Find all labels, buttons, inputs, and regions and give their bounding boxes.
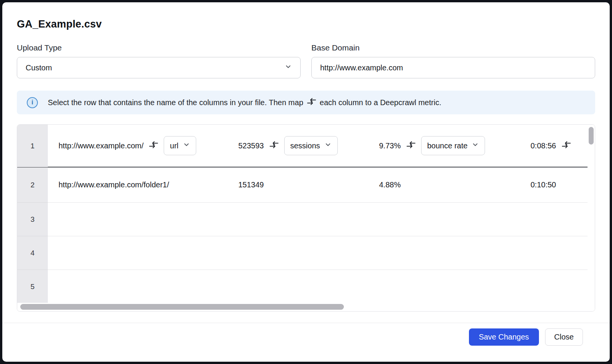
cell-value: 0:08:56	[531, 141, 556, 150]
chevron-down-icon	[183, 141, 190, 150]
cell-value: 0:10:50	[531, 180, 556, 189]
info-icon: i	[27, 97, 38, 108]
table-cell: 9.73% bounce rate	[376, 136, 521, 155]
cell-value: 151349	[238, 180, 264, 189]
info-icon-glyph: i	[31, 99, 33, 106]
modal-body: GA_Example.csv Upload Type Custom Base D…	[2, 2, 610, 323]
table-cell: 151349	[235, 180, 376, 189]
row-number[interactable]: 3	[17, 203, 48, 236]
table-cell: http://www.example.com/folder1/	[48, 180, 235, 189]
horizontal-scrollbar[interactable]	[20, 304, 344, 310]
form-row: Upload Type Custom Base Domain	[17, 43, 595, 78]
table-row[interactable]: 5	[17, 270, 595, 304]
cell-value: 9.73%	[379, 141, 401, 150]
upload-type-select[interactable]: Custom	[17, 57, 301, 78]
upload-type-field: Upload Type Custom	[17, 43, 301, 78]
base-domain-label: Base Domain	[311, 43, 595, 52]
row-number[interactable]: 1	[17, 125, 48, 167]
chevron-down-icon	[472, 141, 479, 150]
map-arrow-icon	[307, 98, 316, 107]
info-banner-text: Select the row that contains the name of…	[48, 98, 441, 107]
metric-dropdown-bounce-rate[interactable]: bounce rate	[421, 136, 485, 155]
table-cell: 523593 sessions	[235, 136, 376, 155]
map-arrow-icon	[407, 141, 415, 150]
table-cell: 4.88%	[376, 180, 521, 189]
table-cell: 0:08:56	[521, 141, 595, 150]
row-number[interactable]: 5	[17, 270, 48, 304]
row-number[interactable]: 2	[17, 167, 48, 203]
chevron-down-icon	[324, 141, 332, 150]
cell-value: http://www.example.com/folder1/	[59, 180, 169, 189]
cell-value: 4.88%	[379, 180, 401, 189]
map-arrow-icon	[270, 141, 278, 150]
csv-mapping-modal: GA_Example.csv Upload Type Custom Base D…	[2, 2, 610, 362]
table-row[interactable]: 2 http://www.example.com/folder1/ 151349…	[17, 167, 595, 203]
upload-type-value: Custom	[26, 63, 52, 72]
horizontal-scrollbar-track	[17, 303, 595, 311]
cell-value: http://www.example.com/	[59, 141, 143, 150]
table-cell: http://www.example.com/ url	[48, 136, 235, 155]
close-button[interactable]: Close	[545, 328, 583, 346]
table-row[interactable]: 1 http://www.example.com/ url	[17, 125, 595, 167]
vertical-scrollbar-track	[588, 125, 595, 304]
cell-value: 523593	[238, 141, 264, 150]
table-row[interactable]: 3	[17, 203, 595, 236]
chevron-down-icon	[285, 63, 292, 72]
info-banner: i Select the row that contains the name …	[17, 91, 595, 114]
base-domain-input[interactable]	[311, 57, 595, 78]
upload-type-label: Upload Type	[17, 43, 301, 52]
map-arrow-icon	[149, 141, 158, 150]
row-number[interactable]: 4	[17, 236, 48, 270]
csv-preview-table: 1 http://www.example.com/ url	[17, 124, 595, 312]
map-arrow-icon	[562, 141, 571, 150]
modal-footer: Save Changes Close	[2, 323, 610, 362]
table-row[interactable]: 4	[17, 236, 595, 270]
metric-dropdown-url[interactable]: url	[164, 136, 196, 155]
vertical-scrollbar[interactable]	[589, 127, 594, 145]
table-cell: 0:10:50	[521, 180, 595, 189]
save-changes-button[interactable]: Save Changes	[469, 328, 539, 346]
metric-dropdown-sessions[interactable]: sessions	[284, 136, 338, 155]
base-domain-field: Base Domain	[311, 43, 595, 78]
modal-title: GA_Example.csv	[17, 18, 595, 30]
